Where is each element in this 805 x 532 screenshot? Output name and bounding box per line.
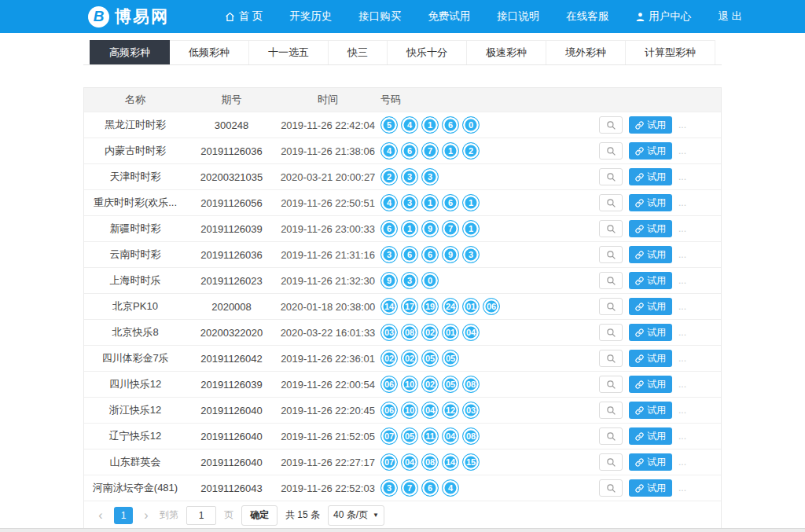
row-ellipsis: ... [678,223,686,234]
history-search-button[interactable] [599,376,623,393]
nav-logout[interactable]: 退 出 [718,9,742,24]
number-ball: 15 [462,453,480,471]
draw-time: 2020-03-22 16:01:33 [277,327,379,339]
tab-low-frequency[interactable]: 低频彩种 [170,40,249,64]
history-search-button[interactable] [599,350,623,367]
number-ball: 08 [462,427,480,445]
trial-button[interactable]: 试用 [629,350,672,367]
tab-high-frequency[interactable]: 高频彩种 [90,40,170,64]
number-ball: 3 [380,246,398,263]
trial-button[interactable]: 试用 [629,479,672,497]
prev-page-arrow[interactable]: ‹ [95,508,106,523]
number-ball: 4 [401,116,418,134]
search-icon [606,146,616,156]
history-search-button[interactable] [599,298,623,315]
trial-button[interactable]: 试用 [629,376,672,393]
history-search-button[interactable] [599,168,623,185]
number-balls: 930 [380,272,599,289]
number-ball: 03 [462,402,480,419]
trial-button[interactable]: 试用 [629,453,672,471]
issue-number: 20191126039 [186,223,277,235]
nav-draw-history[interactable]: 开奖历史 [289,9,332,24]
number-ball: 10 [401,376,418,393]
trial-button[interactable]: 试用 [629,194,672,211]
number-ball: 6 [421,246,439,263]
next-page-arrow[interactable]: › [141,508,152,523]
nav-home[interactable]: 首 页 [225,9,263,24]
link-icon [635,484,644,493]
lottery-name: 辽宁快乐12 [84,429,186,443]
trial-button[interactable]: 试用 [629,324,672,341]
nav-api-docs[interactable]: 接口说明 [497,9,539,24]
lottery-name: 四川体彩金7乐 [84,351,186,365]
nav-online-service[interactable]: 在线客服 [566,9,608,24]
number-ball: 3 [421,168,439,185]
history-search-button[interactable] [599,116,623,134]
col-header-numbers: 号码 [379,93,599,107]
issue-number: 20191126040 [186,431,277,442]
trial-button[interactable]: 试用 [629,298,672,315]
number-ball: 14 [442,453,459,471]
history-search-button[interactable] [599,194,623,211]
trial-button[interactable]: 试用 [629,168,672,185]
trial-button[interactable]: 试用 [629,272,672,289]
nav-api-docs-label: 接口说明 [497,9,539,24]
link-icon [635,354,644,363]
number-ball: 0 [421,272,439,289]
number-ball: 6 [401,246,418,263]
tab-happy10[interactable]: 快乐十分 [388,40,467,64]
number-ball: 6 [442,194,459,211]
confirm-button[interactable]: 确定 [241,505,278,526]
lottery-name: 四川快乐12 [84,377,186,391]
tab-11x5[interactable]: 十一选五 [249,40,329,64]
nav-user-center[interactable]: 用户中心 [635,9,691,24]
link-icon [635,121,644,130]
tab-speed[interactable]: 极速彩种 [467,40,546,64]
number-balls: 0704081415 [380,453,599,471]
nav-api-purchase[interactable]: 接口购买 [358,9,401,24]
caret-down-icon: ▼ [373,512,379,519]
search-icon [606,405,616,416]
link-icon [635,432,644,441]
trial-button[interactable]: 试用 [629,427,672,445]
issue-number: 20191126039 [186,379,277,391]
goto-page-input[interactable] [186,506,216,525]
history-search-button[interactable] [599,246,623,263]
trial-button[interactable]: 试用 [629,246,672,263]
lottery-name: 上海时时乐 [84,273,186,288]
number-ball: 07 [380,427,398,445]
number-ball: 2 [462,142,480,160]
site-logo[interactable]: B 博易网 [88,6,169,28]
draw-time: 2019-11-26 22:42:04 [277,119,379,131]
page-number-button[interactable]: 1 [114,507,133,524]
tab-kuai3[interactable]: 快三 [329,40,388,64]
search-icon [606,354,616,364]
tab-computed[interactable]: 计算型彩种 [626,40,715,64]
history-search-button[interactable] [599,142,623,160]
number-ball: 1 [421,194,439,211]
trial-button[interactable]: 试用 [629,142,672,160]
number-balls: 233 [380,168,599,185]
number-ball: 03 [380,324,398,341]
history-search-button[interactable] [599,220,623,237]
table-row: 北京快乐8 20200322020 2020-03-22 16:01:33 03… [84,319,721,345]
history-search-button[interactable] [599,479,623,497]
history-search-button[interactable] [599,324,623,341]
history-search-button[interactable] [599,402,623,419]
history-search-button[interactable] [599,272,623,289]
trial-button[interactable]: 试用 [629,402,672,419]
history-search-button[interactable] [599,453,623,471]
trial-button[interactable]: 试用 [629,220,672,237]
lottery-name: 内蒙古时时彩 [84,144,186,158]
nav-free-trial[interactable]: 免费试用 [428,9,470,24]
nav-logout-label: 退 出 [718,9,742,24]
tab-overseas[interactable]: 境外彩种 [546,40,626,64]
trial-button[interactable]: 试用 [629,116,672,134]
draw-time: 2019-11-26 22:00:54 [277,379,379,391]
lottery-name: 河南泳坛夺金(481) [84,481,186,495]
history-search-button[interactable] [599,427,623,445]
number-ball: 24 [442,298,459,315]
trial-label: 试用 [647,430,666,443]
per-page-select[interactable]: 40 条/页 ▼ [328,505,384,526]
number-ball: 19 [421,298,439,315]
